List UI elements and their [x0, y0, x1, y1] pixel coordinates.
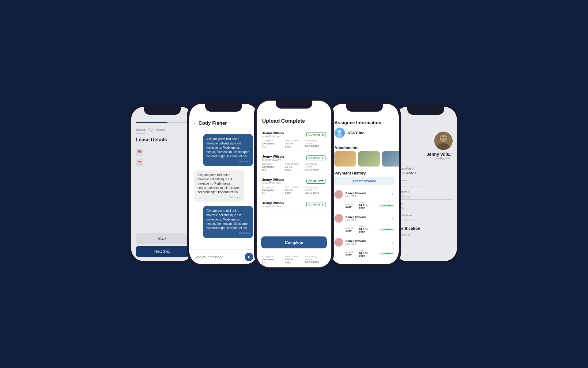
upload-list: Jenny Wilson mail@mail.com COMPLETE Comp… — [257, 128, 331, 234]
message-sent-1: Aliquam porta nisl dolor, molestie pelle… — [203, 134, 253, 166]
message-text-1: Aliquam porta nisl dolor, molestie pelle… — [206, 137, 249, 158]
confirmed-badge-2: CONFIRMED — [379, 228, 394, 231]
message-text-2: Aliquam porta nisl dolor, molestie pelle… — [198, 173, 240, 194]
profile-form: Date of Birth 13/01/2020 Phone (___) - _… — [394, 162, 457, 240]
payer-avatar-3 — [334, 238, 343, 247]
city-field-label: City — [399, 202, 453, 205]
upload-person-name-2: Jenny Wilson — [262, 155, 284, 158]
upload-email-1: mail@mail.com — [262, 135, 284, 138]
svg-point-6 — [444, 137, 446, 138]
dob-label-1: Date of Birth — [285, 139, 299, 142]
payment-details-1: Amount $250 Date 04 Apr, 2020 CONFIRMED — [334, 201, 394, 212]
attachments-row — [330, 151, 399, 169]
payer-info-1: Darrell Steward Visa *234 — [345, 192, 388, 197]
city-field-input[interactable]: City — [399, 206, 453, 211]
timezone-field-input[interactable]: Time zone — [399, 218, 453, 223]
payment-item-3: Darrell Steward Visa *234 ⋮ — [334, 236, 394, 249]
tab-bar: Lease Agreements — [136, 128, 189, 133]
upload-email-3: mail@mail.com — [262, 182, 284, 185]
chat-back-button[interactable]: ‹ — [194, 121, 195, 126]
assignee-company: AT&T Inc. — [347, 131, 366, 135]
confirmed-badge-3: CONFIRMED — [379, 252, 394, 255]
profile-avatar — [434, 132, 453, 150]
chat-input-area: ➤ — [189, 249, 258, 264]
svg-point-4 — [440, 135, 447, 142]
payment-details-3: Amount $250 Date 04 Apr, 2020 CONFIRMED — [334, 249, 394, 259]
next-step-button[interactable]: Next Step — [136, 246, 189, 257]
lease-details-title: Lease Details — [136, 137, 189, 143]
payment-more-1[interactable]: ⋮ — [390, 192, 394, 197]
progress-fill — [136, 122, 168, 123]
upload-email-2: mail@mail.com — [262, 158, 284, 161]
payer-info-3: Darrell Steward Visa *234 — [345, 240, 388, 245]
assignee-avatar — [334, 128, 345, 138]
phone2-screen: ‹ Cody Fisher Aliquam porta nisl dolor, … — [189, 104, 258, 264]
messages-list: Aliquam porta nisl dolor, molestie pelle… — [189, 129, 258, 249]
company-value-1: Company Inc. — [262, 142, 279, 148]
upload-header: Upload Complete — [257, 114, 331, 128]
phone-chat: ‹ Cody Fisher Aliquam porta nisl dolor, … — [187, 101, 260, 267]
message-time-2: 07:00 AM — [198, 196, 241, 199]
upload-person-name-4: Jenny Wilson — [262, 201, 284, 205]
create-invoice-button[interactable]: Create Invoice — [334, 177, 394, 185]
phone4-screen: Assignee Information AT&T Inc. Attachmen… — [330, 104, 399, 264]
dob-field-label: Date of Birth — [399, 167, 453, 170]
lease-field-row-1: 📅 › — [136, 149, 189, 156]
contact-name: Cody Fisher — [198, 121, 227, 126]
lease-field-row-2: 📅 › — [136, 159, 189, 167]
svg-point-3 — [437, 143, 450, 150]
dob-value-1: 20-05-1990 — [285, 142, 299, 148]
phone2-notch — [205, 104, 242, 112]
phone4-content: Assignee Information AT&T Inc. Attachmen… — [330, 104, 399, 264]
phone1-content: Lease Agreements Lease Details 📅 › 📅 › B… — [131, 107, 194, 261]
message-time-1: 07:00 AM — [206, 160, 250, 163]
attachment-3[interactable] — [382, 151, 399, 167]
profile-section: Jenny Wils... mail@gmail... — [394, 129, 457, 162]
upload-item-2: Jenny Wilson mail@mail.com COMPLETE Comp… — [257, 151, 331, 175]
send-button[interactable]: ➤ — [245, 253, 253, 261]
emergency-label-1: Emergency Contact — [305, 139, 326, 145]
upload-email-4: mail@mail.com — [262, 205, 284, 208]
phone-profile-form: ‹ Jenny Wils... mail@gmail... — [392, 104, 459, 264]
tab-lease[interactable]: Lease — [136, 128, 145, 133]
assignee-row: AT&T Inc. — [334, 128, 394, 138]
attachments-title: Attachments — [330, 144, 399, 151]
payment-more-3[interactable]: ⋮ — [390, 240, 394, 245]
message-input[interactable] — [194, 255, 242, 259]
payment-history-title: Payment History — [330, 169, 399, 177]
phone1-screen: Lease Agreements Lease Details 📅 › 📅 › B… — [131, 107, 194, 261]
company-label-1: Company — [262, 139, 279, 142]
payer-avatar-1 — [334, 190, 343, 199]
message-time-3: 07:00 AM — [206, 232, 250, 235]
profile-name: Jenny Wils... — [427, 152, 453, 157]
status-badge-4: COMPLETE — [306, 202, 326, 207]
phone4-notch — [346, 104, 383, 112]
payment-section: Create Invoice Darrell Steward Visa *234… — [330, 177, 399, 259]
phone2-content: ‹ Cody Fisher Aliquam porta nisl dolor, … — [189, 104, 258, 264]
address-field-input[interactable]: Address — [399, 194, 453, 200]
profile-header: ‹ — [394, 121, 457, 129]
attachment-2[interactable] — [358, 151, 380, 167]
bottom-actions: Back Next Step — [131, 233, 194, 257]
back-button[interactable]: Back — [136, 233, 189, 244]
message-received-1: Aliquam porta nisl dolor, molestie pelle… — [194, 170, 244, 202]
complete-button[interactable]: Complete — [261, 236, 327, 248]
phone3-notch — [276, 101, 312, 109]
dob-field-value: 13/01/2020 — [399, 171, 453, 176]
payer-info-2: Darrell Steward Visa *234 — [345, 216, 388, 221]
upload-item-5: Company Company Inc. Date of Birth 20-05… — [257, 251, 331, 267]
payment-more-2[interactable]: ⋮ — [390, 216, 394, 221]
svg-point-0 — [338, 130, 341, 134]
assignee-title: Assignee Information — [334, 120, 394, 125]
phone5-content: ‹ Jenny Wils... mail@gmail... — [394, 107, 457, 261]
attachment-1[interactable] — [334, 151, 356, 167]
message-sent-2: Aliquam porta nisl dolor, molestie pelle… — [203, 206, 253, 238]
phone-upload-complete: Upload Complete Jenny Wilson mail@mail.c… — [254, 98, 334, 270]
status-badge-3: COMPLETE — [306, 179, 326, 184]
tab-agreements[interactable]: Agreements — [148, 128, 166, 133]
status-badge-1: COMPLETE — [306, 132, 326, 137]
status-badge-2: COMPLETE — [306, 155, 326, 160]
phone-field-input[interactable]: (___) - ___ - ____ — [399, 183, 453, 188]
svg-point-5 — [441, 137, 443, 138]
upload-item-3: Jenny Wilson mail@mail.com COMPLETE Comp… — [257, 175, 331, 198]
